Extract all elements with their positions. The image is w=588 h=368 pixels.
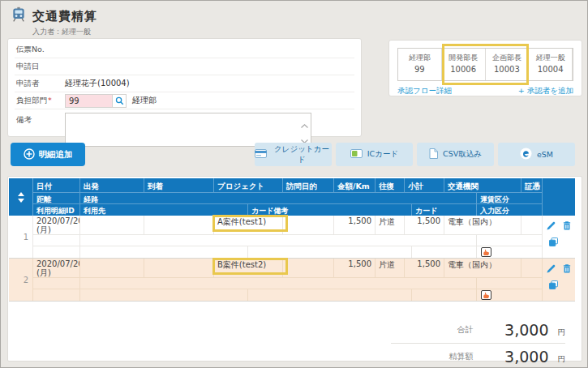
card-note-cell (248, 289, 412, 301)
scroll-up-icon[interactable] (301, 116, 308, 131)
settlement-unit: 円 (558, 349, 566, 365)
burden-dept-row: 負担部門* 経理部 (15, 92, 354, 109)
search-icon (115, 93, 124, 109)
row-actions (543, 216, 575, 258)
settlement-label: 精算額 (449, 351, 474, 362)
usage-place-cell (80, 289, 248, 301)
transport-cell: 電車（国内） (444, 216, 521, 234)
remarks-row: 備考 (15, 109, 354, 147)
ic-card-button[interactable]: ICカード (336, 143, 413, 166)
page-header: 交通費精算 入力者：経理一般 (11, 6, 97, 37)
dept-search-button[interactable] (112, 94, 127, 108)
distance-cell (33, 235, 80, 246)
add-approver-link[interactable]: + 承認者を追加 (518, 86, 573, 96)
credit-card-icon (255, 149, 267, 160)
approval-step-2: 開発部長 10006 (442, 49, 486, 80)
page-title: 交通費精算 (32, 9, 97, 24)
row-number: 2 (9, 259, 33, 301)
amount-cell: 1,500 (334, 216, 376, 234)
route-cell (80, 235, 477, 246)
date-cell: 2020/07/20 (月) (33, 216, 80, 234)
remarks-scrollbar[interactable] (299, 114, 310, 145)
col-round-trip: 往復 (376, 178, 405, 192)
approval-step-3: 企画部長 10003 (486, 49, 530, 80)
edit-icon[interactable] (547, 221, 556, 230)
table-row: 2 2020/07/20 (月) B案件(test2) 1,500 片道 (9, 259, 575, 302)
approval-step-1: 経理部 99 (398, 49, 442, 80)
col-distance: 距離 (33, 193, 80, 203)
request-form-panel: 伝票No. 申請日 申請者 経理花子(10004) 負担部門* (7, 38, 362, 137)
row-actions (543, 259, 575, 301)
settlement-row: 精算額 3,000 円 (391, 343, 565, 368)
round-trip-cell: 片道 (376, 259, 405, 277)
col-subtotal: 小計 (405, 178, 444, 192)
total-unit: 円 (558, 322, 566, 338)
copy-icon[interactable] (549, 237, 558, 246)
detail-table-panel: 日付 出発 到着 プロジェクト 訪問目的 金額/Km 往復 小計 交通機関 証憑… (7, 176, 582, 362)
row-number: 1 (9, 216, 33, 258)
sort-down-icon[interactable] (18, 199, 24, 203)
col-arrival: 到着 (144, 178, 214, 192)
train-icon (11, 6, 27, 26)
subtotal-cell: 1,500 (405, 216, 444, 234)
apply-date-label: 申請日 (16, 62, 65, 72)
csv-import-button[interactable]: CSV取込み (417, 143, 494, 166)
total-label: 合計 (457, 324, 474, 336)
voucher-no-row: 伝票No. (15, 41, 354, 58)
credit-card-button[interactable]: クレジットカード (255, 143, 332, 166)
round-trip-cell: 片道 (376, 216, 405, 234)
col-actions (543, 178, 575, 216)
sort-control[interactable] (9, 178, 33, 216)
card-note-cell (248, 246, 412, 258)
csv-file-icon (429, 148, 438, 160)
purpose-cell (283, 216, 334, 234)
ic-card-icon (350, 149, 363, 160)
card-cell (412, 289, 477, 301)
copy-icon[interactable] (549, 280, 558, 289)
burden-dept-name: 経理部 (132, 95, 157, 106)
approval-flow-panel: 経理部 99 開発部長 10006 企画部長 10003 経理一般 10004 … (388, 40, 582, 96)
card-cell (412, 246, 477, 258)
remarks-label: 備考 (16, 113, 65, 126)
esm-button[interactable]: eSM (498, 143, 575, 166)
approval-flow-detail-link[interactable]: 承認フロー詳細 (397, 86, 452, 96)
col-fare-class: 運賃区分 (477, 193, 543, 203)
col-purpose: 訪問目的 (283, 178, 334, 192)
delete-icon[interactable] (563, 221, 571, 230)
subtotal-cell: 1,500 (405, 259, 444, 277)
col-receipt: 証憑 (521, 178, 543, 192)
applicant-label: 申請者 (16, 79, 65, 89)
col-transport: 交通機関 (444, 178, 521, 192)
col-card: カード (412, 204, 477, 216)
arrival-cell (144, 259, 214, 277)
arrival-cell (144, 216, 214, 234)
col-usage-id: 利用明細ID (33, 204, 80, 216)
delete-icon[interactable] (563, 264, 571, 273)
add-detail-button[interactable]: 明細追加 (11, 143, 85, 166)
project-cell: A案件(test1) (214, 216, 283, 234)
purpose-cell (283, 259, 334, 277)
apply-date-row: 申請日 (15, 58, 354, 75)
sort-up-icon[interactable] (18, 192, 24, 196)
col-departure: 出発 (80, 178, 144, 192)
fare-class-cell (477, 235, 543, 246)
remarks-textarea[interactable] (65, 113, 311, 147)
total-value: 3,000 (483, 321, 549, 339)
table-header: 日付 出発 到着 プロジェクト 訪問目的 金額/Km 往復 小計 交通機関 証憑… (9, 178, 575, 216)
transport-cell: 電車（国内） (444, 259, 521, 277)
project-cell: B案件(test2) (214, 259, 283, 277)
total-row: 合計 3,000 円 (391, 316, 565, 343)
amount-cell: 1,500 (334, 259, 376, 277)
date-cell: 2020/07/20 (月) (33, 259, 80, 277)
manual-input-icon (481, 247, 491, 257)
edit-icon[interactable] (547, 264, 556, 273)
burden-dept-input[interactable] (65, 94, 112, 108)
totals-block: 合計 3,000 円 精算額 3,000 円 (391, 316, 565, 368)
settlement-value: 3,000 (483, 348, 549, 366)
burden-dept-label: 負担部門* (16, 96, 65, 106)
voucher-no-label: 伝票No. (16, 45, 65, 55)
col-amount-km: 金額/Km (334, 178, 376, 192)
departure-cell (80, 259, 144, 277)
approval-steps: 経理部 99 開発部長 10006 企画部長 10003 経理一般 10004 (397, 48, 573, 81)
col-project: プロジェクト (214, 178, 283, 192)
